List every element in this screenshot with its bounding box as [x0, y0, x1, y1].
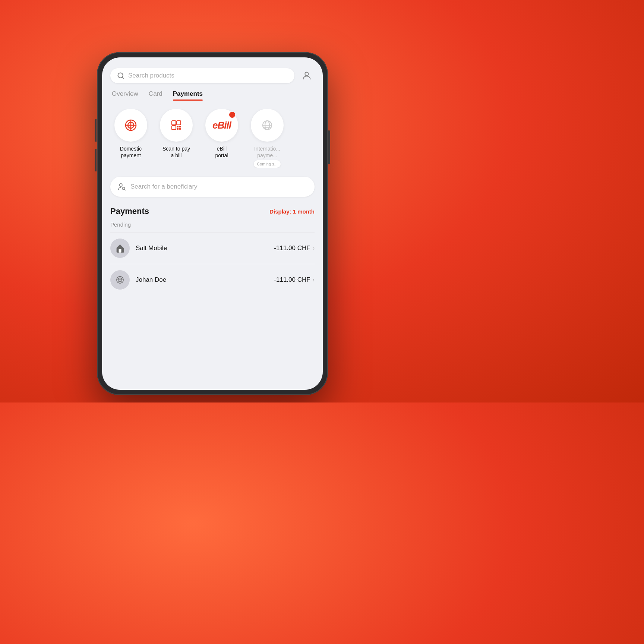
- tab-card[interactable]: Card: [149, 90, 162, 101]
- svg-rect-10: [177, 126, 179, 127]
- pending-label: Pending: [110, 221, 315, 228]
- scan-to-pay-item[interactable]: Scan to paya bill: [156, 109, 197, 168]
- international-payment-item: Internatio...payme... Coming s...: [247, 109, 288, 168]
- svg-line-1: [122, 77, 124, 79]
- profile-icon[interactable]: [299, 68, 315, 83]
- beneficiary-search-placeholder: Search for a beneficiary: [130, 183, 198, 190]
- payment-item-johan-doe[interactable]: Johan Doe -111.00 CHF ›: [110, 264, 315, 296]
- dollar-icon: [115, 275, 125, 285]
- display-label: Display:: [269, 208, 293, 215]
- phone-screen: Search products Overview C: [102, 57, 323, 390]
- svg-rect-12: [177, 128, 179, 130]
- side-button-left-bottom: [95, 149, 97, 171]
- salt-mobile-name: Salt Mobile: [136, 244, 268, 252]
- beneficiary-search[interactable]: Search for a beneficiary: [110, 177, 315, 197]
- payments-header: Payments Display: 1 month: [110, 206, 315, 216]
- coming-soon-badge: Coming s...: [254, 160, 281, 168]
- search-bar: Search products: [110, 68, 315, 83]
- side-button-left-top: [95, 119, 97, 142]
- svg-point-2: [305, 72, 308, 76]
- salt-mobile-amount: -111.00 CHF: [274, 244, 310, 252]
- domestic-payment-label: Domesticpayment: [120, 145, 142, 159]
- salt-mobile-avatar: [110, 239, 130, 258]
- phone-frame: Search products Overview C: [97, 52, 328, 395]
- international-payment-circle: [251, 109, 284, 142]
- ebill-portal-label: eBillportal: [215, 145, 228, 159]
- svg-rect-7: [172, 121, 176, 125]
- svg-rect-22: [119, 249, 121, 253]
- ebill-notification-dot: [229, 112, 235, 118]
- payment-icons-row: Domesticpayment: [110, 109, 315, 168]
- johan-doe-name: Johan Doe: [136, 276, 268, 284]
- house-icon: [115, 243, 125, 253]
- international-payment-label: Internatio...payme...: [254, 145, 280, 159]
- phone-wrapper: Search products Overview C: [97, 52, 328, 395]
- payment-item-salt-mobile[interactable]: Salt Mobile -111.00 CHF ›: [110, 232, 315, 264]
- search-input-wrap[interactable]: Search products: [110, 68, 294, 83]
- search-icon: [117, 72, 124, 79]
- svg-rect-9: [177, 121, 181, 125]
- tab-payments[interactable]: Payments: [173, 90, 203, 101]
- johan-doe-avatar: [110, 270, 130, 290]
- svg-rect-8: [172, 126, 176, 130]
- side-button-right: [328, 130, 330, 164]
- svg-line-21: [124, 189, 125, 190]
- payment-list: Salt Mobile -111.00 CHF ›: [110, 232, 315, 296]
- svg-point-19: [120, 184, 122, 186]
- svg-rect-13: [179, 128, 181, 130]
- johan-doe-chevron: ›: [313, 277, 315, 283]
- ebill-label: eBill: [212, 120, 231, 131]
- ebill-circle: eBill: [205, 109, 238, 142]
- display-filter-value: 1 month: [293, 208, 315, 215]
- tabs: Overview Card Payments: [110, 90, 315, 101]
- johan-doe-amount-wrap: -111.00 CHF ›: [274, 276, 315, 284]
- scan-to-pay-label: Scan to paya bill: [162, 145, 190, 159]
- beneficiary-search-icon: [118, 183, 126, 191]
- salt-mobile-chevron: ›: [313, 245, 315, 252]
- screen-content: Search products Overview C: [102, 57, 323, 390]
- payments-section: Payments Display: 1 month Pending: [110, 206, 315, 390]
- display-filter[interactable]: Display: 1 month: [269, 208, 315, 215]
- domestic-payment-circle: [114, 109, 147, 142]
- tab-overview[interactable]: Overview: [112, 90, 138, 101]
- ebill-item[interactable]: eBill eBillportal: [201, 109, 242, 168]
- salt-mobile-amount-wrap: -111.00 CHF ›: [274, 244, 315, 252]
- domestic-payment-item[interactable]: Domesticpayment: [110, 109, 151, 168]
- scan-to-pay-circle: [160, 109, 193, 142]
- johan-doe-amount: -111.00 CHF: [274, 276, 310, 284]
- svg-rect-11: [179, 126, 181, 127]
- payments-section-title: Payments: [110, 206, 149, 216]
- search-placeholder: Search products: [128, 72, 174, 79]
